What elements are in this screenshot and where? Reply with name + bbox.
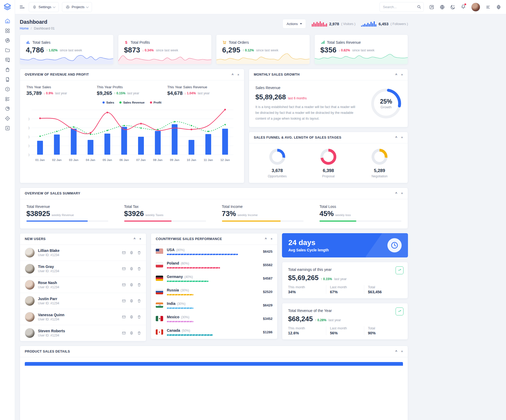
fullscreen-icon[interactable] [429, 4, 434, 10]
revenue-year-chart-button[interactable] [396, 307, 403, 315]
collapse-icon[interactable]: ^ [395, 350, 397, 353]
close-icon[interactable]: × [401, 192, 403, 195]
trash-icon[interactable] [137, 283, 141, 287]
sidebar-item-utilities[interactable] [3, 115, 12, 121]
country-row[interactable]: Germany (40%) $4587 [151, 272, 277, 285]
sidebar-item-charts[interactable] [3, 106, 12, 111]
metric-label: This month [288, 285, 326, 289]
svg-text:06 Jan: 06 Jan [119, 158, 129, 162]
close-icon[interactable]: × [401, 136, 403, 139]
svg-text:11 Jan: 11 Jan [204, 158, 213, 162]
sidebar-item-files[interactable] [3, 47, 12, 53]
settings-dropdown[interactable]: Settings [29, 2, 59, 12]
summary-value: 45% [319, 210, 334, 218]
mail-icon[interactable] [122, 283, 126, 287]
country-row[interactable]: Poland (60%) $5582 [151, 258, 277, 272]
dark-mode-moon-icon[interactable] [450, 4, 455, 10]
country-progress-bar [167, 321, 193, 322]
earnings-columns: This month 34% Last month 67% Total $63,… [288, 285, 402, 294]
sidebar-item-home[interactable] [3, 18, 12, 24]
sidebar-toggle-button[interactable] [20, 6, 25, 8]
table-export-icon [5, 57, 10, 63]
trash-icon[interactable] [137, 315, 141, 319]
gear-icon[interactable] [129, 299, 134, 303]
user-id: User ID: #1234 [38, 253, 60, 257]
mail-icon[interactable] [122, 267, 126, 271]
legend-label: Sales [106, 101, 114, 104]
collapse-icon[interactable]: ^ [232, 73, 234, 76]
summary-note: weekly Revenue [52, 213, 74, 217]
country-row[interactable]: Mexico (30%) $3452 [151, 312, 277, 325]
mail-icon[interactable] [122, 331, 126, 335]
funnel-donut [371, 149, 388, 165]
close-icon[interactable]: × [139, 237, 141, 241]
user-row[interactable]: Rose Nash User ID: #1234 [20, 277, 146, 293]
trash-icon[interactable] [137, 251, 141, 255]
sidebar-item-forms[interactable] [3, 96, 12, 102]
collapse-icon[interactable]: ^ [134, 237, 136, 241]
projects-dropdown[interactable]: Projects [62, 2, 92, 12]
sidebar-item-pages[interactable] [3, 76, 12, 82]
user-avatar[interactable] [471, 3, 480, 12]
collapse-icon[interactable]: ^ [395, 192, 397, 195]
notifications-button[interactable] [461, 4, 466, 10]
gear-icon[interactable] [129, 331, 134, 335]
search-icon[interactable] [417, 5, 421, 9]
actions-dropdown[interactable]: Actions [283, 19, 306, 28]
close-icon[interactable]: × [401, 350, 403, 353]
user-row[interactable]: Steven Roberts User ID: #1234 [20, 325, 146, 341]
user-row[interactable]: Tim Gray User ID: #1234 [20, 261, 146, 277]
earnings-chart-button[interactable] [396, 266, 403, 274]
mail-icon[interactable] [122, 251, 126, 255]
year-stat-note: last year [127, 91, 139, 95]
globe-icon[interactable] [440, 4, 445, 10]
collapse-icon[interactable]: ^ [265, 237, 267, 241]
trash-icon[interactable] [137, 299, 141, 303]
country-row[interactable]: USA (80%) $6425 [151, 245, 277, 258]
legend-item: Sales [103, 101, 114, 104]
mail-icon[interactable] [122, 299, 126, 303]
close-icon[interactable]: × [270, 237, 273, 241]
sidebar-item-help[interactable] [3, 86, 12, 92]
summary-progress-bar [222, 221, 281, 222]
close-icon[interactable]: × [237, 73, 239, 76]
country-row[interactable]: India (30%) $6429 [151, 299, 277, 312]
total-earnings-card: Total earnings of this year $5,69,265 ↑ … [282, 262, 408, 299]
country-row[interactable]: Canada (50%) $1286 [151, 325, 277, 339]
app-logo[interactable] [3, 3, 11, 11]
summary-label: Total Loss [319, 204, 401, 209]
gear-icon[interactable] [129, 315, 134, 319]
sidebar-item-widgets[interactable] [3, 57, 12, 63]
metric-column: This month 12.6% [288, 326, 326, 335]
summary-label: Total Revenue [26, 204, 108, 209]
breadcrumb-home-link[interactable]: Home [20, 27, 28, 30]
collapse-icon[interactable]: ^ [395, 136, 397, 139]
gear-icon[interactable] [129, 267, 134, 271]
user-row[interactable]: Vanessa Quinn User ID: #1234 [20, 309, 146, 325]
sidebar-item-errors[interactable] [3, 125, 12, 131]
growth-value: $5,89,268 [255, 93, 286, 101]
user-row[interactable]: Lillian Blake User ID: #1234 [20, 245, 146, 261]
followers-stat: 6,453 ( Followers ) [361, 21, 408, 27]
mail-icon[interactable] [122, 315, 126, 319]
revenue-profit-panel: OVERVIEW OF REVENUE AND PROFIT ^ × This … [20, 69, 244, 183]
stat-icon: $ [124, 40, 129, 45]
trash-icon[interactable] [137, 267, 141, 271]
gear-icon[interactable] [129, 283, 134, 287]
sidebar-item-elements[interactable] [3, 37, 12, 43]
menu-lines-icon[interactable] [485, 4, 491, 10]
collapse-icon[interactable]: ^ [395, 73, 397, 76]
sidebar-item-apps[interactable] [3, 28, 12, 33]
trash-icon[interactable] [137, 331, 141, 335]
gear-icon [32, 5, 37, 9]
close-icon[interactable]: × [401, 73, 403, 76]
switcher-gear-icon[interactable] [496, 4, 501, 10]
stat-sparkline [315, 52, 408, 64]
country-row[interactable]: Russia (30%) $2520 [151, 285, 277, 299]
sidebar-item-ecommerce[interactable] [3, 67, 12, 72]
metric-column: Last month 56% [326, 326, 364, 335]
user-name: Tim Gray [38, 265, 59, 269]
gear-icon[interactable] [129, 251, 134, 255]
user-row[interactable]: Justin Parr User ID: #1234 [20, 293, 146, 309]
stat-label: Total Sales Revenue [327, 40, 361, 45]
